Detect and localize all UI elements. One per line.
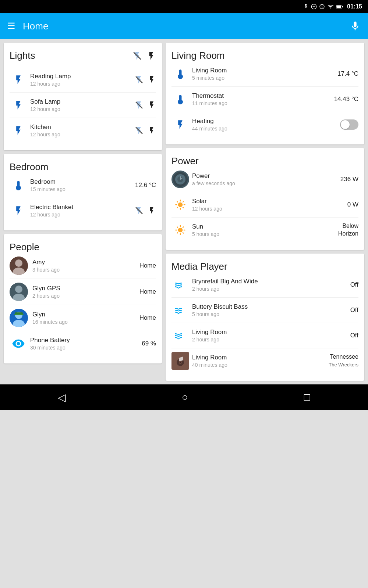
sofa-lamp-time: 12 hours ago — [30, 106, 135, 112]
media-player-card: Media Player Brynrefail Big And Wide 2 h… — [166, 254, 364, 381]
power-info: Power a few seconds ago — [189, 172, 340, 186]
kitchen-time: 12 hours ago — [30, 132, 135, 137]
sofa-lamp-controls — [135, 101, 156, 110]
bedroom-card: Bedroom Bedroom 15 minutes ago 12.6 °C — [4, 154, 162, 230]
bedroom-title: Bedroom — [10, 161, 49, 172]
sofa-lamp-off-icon[interactable] — [135, 101, 144, 110]
status-bar: 01:15 — [0, 0, 368, 13]
phone-battery-icon — [10, 335, 27, 352]
amy-time: 3 hours ago — [32, 267, 139, 273]
list-item: Bedroom 15 minutes ago 12.6 °C — [10, 173, 156, 198]
list-item: Electric Blanket 12 hours ago — [10, 198, 156, 223]
reading-lamp-icon — [10, 71, 27, 89]
media-player-title: Media Player — [171, 261, 227, 272]
phone-battery-time: 30 minutes ago — [30, 345, 142, 351]
status-icons: 01:15 — [303, 3, 362, 10]
bedroom-temp-name: Bedroom — [30, 178, 135, 186]
reading-lamp-on-icon[interactable] — [147, 75, 156, 84]
living-room-cast-status: Off — [350, 332, 358, 339]
sun-time: 5 hours ago — [192, 231, 338, 237]
avatar-glyn-gps — [10, 283, 28, 301]
living-room-music-icon — [171, 352, 189, 370]
electric-blanket-name: Electric Blanket — [30, 204, 135, 211]
sofa-lamp-on-icon[interactable] — [147, 101, 156, 110]
amy-status: Home — [139, 262, 156, 269]
bolt-on-icon[interactable] — [146, 51, 156, 61]
thermostat-name: Thermostat — [192, 92, 334, 100]
bedroom-temp-time: 15 minutes ago — [30, 186, 135, 192]
back-button[interactable]: ◁ — [58, 391, 66, 404]
glyn-gps-time: 2 hours ago — [32, 293, 139, 299]
bedroom-temp-info: Bedroom 15 minutes ago — [27, 178, 135, 192]
list-item: Thermostat 11 minutes ago 14.43 °C — [171, 87, 358, 112]
reading-lamp-off-icon[interactable] — [135, 75, 144, 84]
people-title: People — [10, 241, 39, 252]
glyn-gps-status: Home — [139, 288, 156, 295]
sun-name: Sun — [192, 223, 338, 230]
kitchen-icon — [10, 122, 27, 139]
status-time: 01:15 — [347, 3, 362, 10]
buttery-info: Buttery Biscuit Bass 5 hours ago — [189, 303, 350, 317]
list-item: Heating 44 minutes ago — [171, 112, 358, 137]
electric-blanket-time: 12 hours ago — [30, 212, 135, 218]
living-room-title: Living Room — [171, 50, 225, 61]
kitchen-controls — [135, 126, 156, 135]
kitchen-off-icon[interactable] — [135, 126, 144, 135]
heating-info: Heating 44 minutes ago — [189, 118, 340, 132]
glyn-gps-info: Glyn GPS 2 hours ago — [28, 285, 139, 299]
solar-time: 12 hours ago — [192, 206, 347, 212]
menu-icon[interactable]: ☰ — [7, 21, 15, 31]
app-title: Home — [23, 21, 350, 32]
svg-rect-4 — [336, 6, 341, 8]
alarm-icon — [319, 4, 325, 10]
phone-battery-name: Phone Battery — [30, 337, 142, 344]
power-item-value: 236 W — [340, 176, 358, 183]
kitchen-on-icon[interactable] — [147, 126, 156, 135]
thermostat-value: 14.43 °C — [334, 96, 358, 103]
glyn-name: Glyn — [32, 311, 139, 318]
power-card: Power Power a few seconds ago — [166, 148, 364, 250]
electric-blanket-on-icon[interactable] — [147, 206, 156, 215]
sun-value: BelowHorizon — [338, 222, 358, 238]
living-room-thermo-icon — [171, 65, 189, 83]
list-item: Living Room 40 minutes ago TennesseeThe … — [171, 348, 358, 373]
list-item: Glyn 16 minutes ago Home — [10, 305, 156, 331]
heating-name: Heating — [192, 118, 340, 125]
electric-blanket-info: Electric Blanket 12 hours ago — [27, 204, 135, 218]
list-item: Living Room 5 minutes ago 17.4 °C — [171, 61, 358, 87]
glyn-info: Glyn 16 minutes ago — [28, 311, 139, 325]
sofa-lamp-name: Sofa Lamp — [30, 98, 135, 105]
list-item: Sun 5 hours ago BelowHorizon — [171, 218, 358, 243]
avatar-glyn — [10, 309, 28, 327]
brynrefail-name: Brynrefail Big And Wide — [192, 278, 350, 285]
power-img-icon — [171, 171, 189, 188]
right-column: Living Room Living Room 5 minutes ago 17… — [166, 43, 364, 381]
solar-value: 0 W — [347, 201, 358, 208]
battery-icon — [336, 4, 343, 9]
mic-icon[interactable] — [350, 21, 361, 32]
heating-toggle[interactable] — [340, 119, 358, 130]
reading-lamp-name: Reading Lamp — [30, 73, 135, 80]
sun-info: Sun 5 hours ago — [189, 223, 338, 237]
home-button[interactable]: ○ — [182, 391, 188, 403]
buttery-time: 5 hours ago — [192, 311, 350, 317]
bolt-off-icon[interactable] — [132, 51, 142, 61]
buttery-status: Off — [350, 306, 358, 314]
reading-lamp-controls — [135, 75, 156, 84]
sofa-lamp-icon — [10, 96, 27, 114]
kitchen-name: Kitchen — [30, 123, 135, 131]
phone-battery-status: 69 % — [142, 340, 156, 347]
recent-button[interactable]: □ — [304, 391, 310, 403]
brynrefail-icon — [171, 276, 189, 294]
brynrefail-time: 2 hours ago — [192, 286, 350, 292]
solar-name: Solar — [192, 198, 347, 205]
amy-info: Amy 3 hours ago — [28, 259, 139, 273]
svg-rect-1 — [313, 6, 315, 7]
brynrefail-info: Brynrefail Big And Wide 2 hours ago — [189, 278, 350, 292]
svg-point-27 — [180, 362, 181, 363]
sun-icon — [171, 221, 189, 239]
list-item: Glyn GPS 2 hours ago Home — [10, 279, 156, 305]
electric-blanket-off-icon[interactable] — [135, 206, 144, 215]
buttery-icon — [171, 301, 189, 319]
list-item: Power a few seconds ago 236 W — [171, 167, 358, 192]
